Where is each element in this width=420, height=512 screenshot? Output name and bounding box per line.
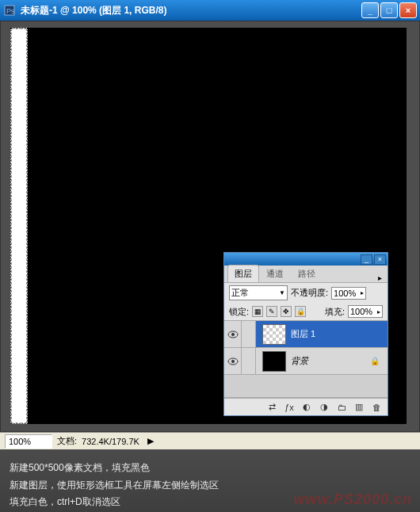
layers-empty-area[interactable] xyxy=(224,375,388,397)
window-titlebar[interactable]: Ps 未标题-1 @ 100% (图层 1, RGB/8) _ □ × xyxy=(0,0,420,21)
svg-text:Ps: Ps xyxy=(6,7,15,15)
layers-panel: _ × 图层 通道 路径 ▸ 正常 ▼ 不透明度: 100% ▸ 锁定: ▦ ✎… xyxy=(223,252,388,416)
maximize-button[interactable]: □ xyxy=(380,2,398,18)
app-icon: Ps xyxy=(3,4,16,17)
panel-minimize-button[interactable]: _ xyxy=(361,254,372,265)
layer-row-background[interactable]: 背景 🔒 xyxy=(224,348,388,375)
tab-channels[interactable]: 通道 xyxy=(259,265,291,282)
eye-icon xyxy=(227,331,239,338)
chevron-down-icon: ▼ xyxy=(279,289,285,296)
watermark-text: www.PS2000.cn xyxy=(294,487,412,512)
tab-layers[interactable]: 图层 xyxy=(227,265,259,282)
link-column[interactable] xyxy=(242,348,256,374)
link-column[interactable] xyxy=(242,321,256,347)
lock-all-icon[interactable]: 🔒 xyxy=(295,306,306,317)
white-selection-strip xyxy=(10,28,28,424)
svg-point-5 xyxy=(231,360,235,363)
fill-label: 填充: xyxy=(325,306,345,318)
lock-icons-group: ▦ ✎ ✥ 🔒 xyxy=(252,306,306,317)
layer-group-icon[interactable]: 🗀 xyxy=(335,401,348,414)
panel-titlebar[interactable]: _ × xyxy=(224,253,388,266)
lock-indicator-icon: 🔒 xyxy=(370,357,380,365)
layer-name[interactable]: 背景 xyxy=(289,355,370,367)
lock-fill-row: 锁定: ▦ ✎ ✥ 🔒 填充: 100% ▸ xyxy=(224,303,388,320)
svg-point-3 xyxy=(231,333,235,336)
fill-input[interactable]: 100% ▸ xyxy=(348,305,383,318)
visibility-toggle[interactable] xyxy=(224,348,242,374)
adjustment-layer-icon[interactable]: ◑ xyxy=(318,401,330,414)
blend-mode-value: 正常 xyxy=(231,287,249,299)
link-layers-icon[interactable]: ⇄ xyxy=(265,401,278,414)
layers-panel-footer: ⇄ ƒx ◐ ◑ 🗀 ▥ 🗑 xyxy=(224,398,388,415)
new-layer-icon[interactable]: ▥ xyxy=(353,401,365,414)
opacity-label: 不透明度: xyxy=(291,287,328,299)
lock-move-icon[interactable]: ✥ xyxy=(281,306,292,317)
panel-menu-icon[interactable]: ▸ xyxy=(375,273,388,282)
close-button[interactable]: × xyxy=(399,2,417,18)
document-size-info: 732.4K/179.7K xyxy=(77,437,144,446)
tab-paths[interactable]: 路径 xyxy=(291,265,323,282)
blend-mode-select[interactable]: 正常 ▼ xyxy=(229,285,288,300)
layer-thumbnail[interactable] xyxy=(262,351,286,372)
lock-label: 锁定: xyxy=(229,306,249,318)
blend-opacity-row: 正常 ▼ 不透明度: 100% ▸ xyxy=(224,283,388,303)
minimize-button[interactable]: _ xyxy=(361,2,379,18)
chevron-right-icon: ▸ xyxy=(377,308,380,315)
lock-transparency-icon[interactable]: ▦ xyxy=(252,306,263,317)
layers-list: 图层 1 背景 🔒 xyxy=(224,320,388,398)
instruction-text: 新建500*500像素文档，填充黑色 新建图层，使用矩形选框工具在屏幕左侧绘制选… xyxy=(0,453,420,512)
panel-close-button[interactable]: × xyxy=(374,254,386,265)
delete-layer-icon[interactable]: 🗑 xyxy=(370,401,383,414)
zoom-input[interactable]: 100% xyxy=(5,434,52,449)
visibility-toggle[interactable] xyxy=(224,321,242,347)
window-title: 未标题-1 @ 100% (图层 1, RGB/8) xyxy=(21,4,361,17)
layer-style-icon[interactable]: ƒx xyxy=(283,401,296,414)
lock-brush-icon[interactable]: ✎ xyxy=(266,306,277,317)
eye-icon xyxy=(227,357,239,365)
opacity-input[interactable]: 100% ▸ xyxy=(331,287,366,300)
status-menu-arrow-icon[interactable]: ▶ xyxy=(144,436,157,446)
layer-name[interactable]: 图层 1 xyxy=(289,328,384,340)
layer-mask-icon[interactable]: ◐ xyxy=(300,401,313,414)
fill-value: 100% xyxy=(350,307,372,316)
panel-tabs: 图层 通道 路径 ▸ xyxy=(224,266,388,283)
layer-thumbnail[interactable] xyxy=(262,324,286,345)
status-bar: 100% 文档: 732.4K/179.7K ▶ xyxy=(0,432,420,449)
layer-row-1[interactable]: 图层 1 xyxy=(224,321,388,348)
opacity-value: 100% xyxy=(334,288,356,298)
instruction-line-1: 新建500*500像素文档，填充黑色 xyxy=(10,460,410,477)
doc-label: 文档: xyxy=(57,435,77,447)
chevron-right-icon: ▸ xyxy=(361,289,364,296)
window-controls: _ □ × xyxy=(361,2,417,18)
